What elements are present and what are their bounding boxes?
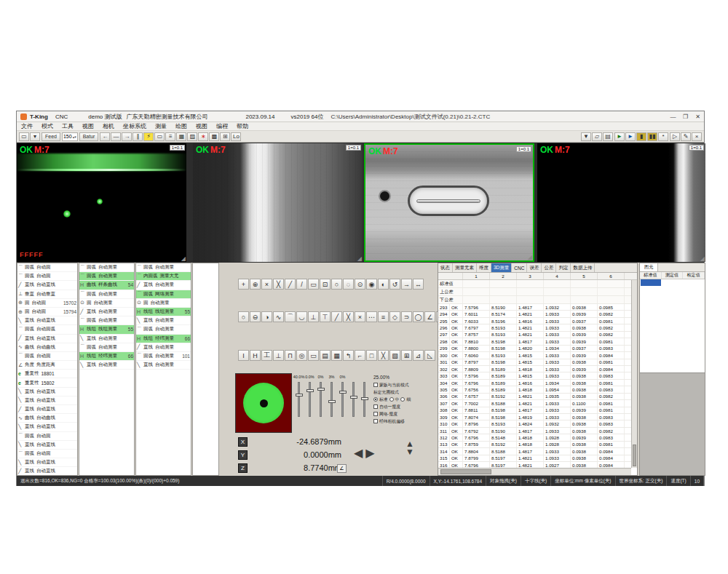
tolerance-row[interactable]: 下公差 bbox=[438, 296, 631, 304]
menu-item-8[interactable]: 绘图 bbox=[171, 122, 191, 130]
measure-list-item[interactable]: H线组线组测量55 bbox=[136, 308, 191, 316]
measure-list-item[interactable]: ⌒圆弧自动测量 bbox=[79, 263, 134, 272]
wave-tool[interactable]: ∿ bbox=[273, 311, 284, 322]
measure-list-item[interactable]: ╲直线自动直线 bbox=[17, 316, 77, 325]
measure-list-item[interactable]: ⌒圆弧自动测量101 bbox=[136, 352, 191, 361]
intersection-tool[interactable]: ╳ bbox=[273, 279, 284, 290]
result-row[interactable]: 293OK7.57968.51901.48171.09320.09380.098… bbox=[438, 304, 631, 311]
radio-icon[interactable] bbox=[373, 397, 378, 402]
chip-icon[interactable]: ▩ bbox=[209, 132, 219, 141]
measure-list-item[interactable]: ⌒圆弧自动圆弧 bbox=[17, 325, 77, 334]
slider-thumb[interactable] bbox=[306, 389, 314, 392]
result-row[interactable]: 296OK7.67978.51931.48211.09330.09380.098… bbox=[438, 324, 631, 331]
radio-icon[interactable] bbox=[389, 397, 394, 402]
result-row[interactable]: 305OK7.67568.51891.48181.09540.09380.098… bbox=[438, 386, 631, 393]
measure-list-item[interactable]: ⌒圆弧自动圆 bbox=[17, 432, 77, 441]
results-tab-4[interactable]: 3D测量 bbox=[491, 263, 512, 272]
radio-icon[interactable] bbox=[400, 397, 405, 402]
measure-list-item[interactable]: H线组经纬测量66 bbox=[79, 352, 134, 361]
x2-tool[interactable]: ╳ bbox=[378, 350, 389, 361]
dashed-circle-tool[interactable]: ◌ bbox=[343, 279, 354, 290]
measure-list-item[interactable]: ⌒圆弧自动测量 bbox=[136, 263, 191, 272]
result-row[interactable]: 313OK7.87598.51921.48181.09280.09380.098… bbox=[438, 442, 631, 448]
feed-value-input[interactable]: 150▴▾ bbox=[62, 132, 78, 141]
monitor-icon[interactable]: ▭ bbox=[154, 132, 165, 141]
focus-point-tool[interactable]: ⊕ bbox=[250, 279, 261, 290]
measure-list-item[interactable]: ⌒圆弧网络测量 bbox=[136, 290, 191, 299]
result-row[interactable]: 294OK7.60118.51741.48211.09330.09390.098… bbox=[438, 311, 631, 317]
slider-thumb[interactable] bbox=[317, 388, 325, 391]
measure-list-item[interactable]: ⌒圆弧自动测量 bbox=[79, 272, 134, 281]
light-slider-2[interactable]: 0.0% bbox=[304, 375, 315, 417]
measure-list-item[interactable]: H线组线组测量55 bbox=[79, 325, 134, 334]
result-row[interactable]: 301OK7.87978.51981.48151.09330.09380.098… bbox=[438, 359, 631, 366]
option-line[interactable]: 自动一规度 bbox=[373, 403, 435, 410]
result-row[interactable]: 310OK7.87968.51931.48241.09320.09380.098… bbox=[438, 420, 631, 427]
slider-thumb[interactable] bbox=[361, 397, 368, 400]
close-x-icon[interactable]: × bbox=[692, 132, 702, 141]
jog-left-right-icon[interactable]: ◀▶ bbox=[354, 446, 378, 460]
tee-tool[interactable]: ⊤ bbox=[320, 311, 331, 322]
measure-list-item[interactable]: ╲直线自动直线 bbox=[17, 441, 77, 450]
arc-up-tool[interactable]: ⌒ bbox=[285, 311, 296, 322]
results-tab-5[interactable]: CNC bbox=[512, 263, 527, 272]
measure-list-item[interactable]: ╲直线自动测量 bbox=[79, 335, 134, 343]
cross2-tool[interactable]: ╳ bbox=[343, 311, 354, 322]
measure-list-item[interactable]: ⊙圆自动测量 bbox=[136, 299, 191, 308]
play-outline-icon[interactable]: ▷ bbox=[670, 132, 680, 141]
result-row[interactable]: 298OK7.88108.51981.48171.09330.09390.098… bbox=[438, 338, 631, 345]
measure-list-item[interactable]: ⊥垂直自动垂直 bbox=[17, 290, 77, 299]
title-bar[interactable]: T-King CNC demo 测试版 广东天勤精密测量技术有限公司 2023.… bbox=[17, 111, 704, 122]
measure-list-item[interactable]: ╲直线自动测量 bbox=[136, 316, 191, 325]
grid-icon[interactable]: ▦ bbox=[176, 132, 186, 141]
angle-mode-button[interactable]: ∠ bbox=[337, 464, 347, 473]
measure-list-item[interactable]: ╱直线自动测量 bbox=[79, 308, 134, 316]
result-row[interactable]: 312OK7.67968.51481.48181.09280.09390.098… bbox=[438, 434, 631, 441]
big-circle-tool[interactable]: ◯ bbox=[413, 311, 424, 322]
cross-point-tool[interactable]: × bbox=[261, 279, 272, 290]
return-tool[interactable]: ↰ bbox=[343, 350, 354, 361]
plus-grid-tool[interactable]: ⊞ bbox=[401, 350, 412, 361]
window-grid-icon[interactable]: ⊞ bbox=[220, 132, 230, 141]
square-tool[interactable]: □ bbox=[366, 350, 377, 361]
red-star-icon[interactable]: ∗ bbox=[198, 132, 208, 141]
measure-list-item[interactable]: ⌒圆弧自动圆 bbox=[17, 450, 77, 458]
half-circle-tool[interactable]: ◐ bbox=[378, 279, 389, 290]
x-tool[interactable]: × bbox=[355, 311, 365, 322]
resize-grip-icon[interactable]: ◢ bbox=[357, 256, 362, 262]
pencil-icon[interactable]: ✎ bbox=[681, 132, 691, 141]
next-arrow-icon[interactable]: → bbox=[122, 132, 132, 141]
hatch-tool[interactable]: ▧ bbox=[389, 350, 400, 361]
perp2-tool[interactable]: ⊥ bbox=[273, 350, 284, 361]
circle2-tool[interactable]: ○ bbox=[238, 311, 249, 322]
measure-list-item[interactable]: ⊙圆自动测量 bbox=[79, 299, 134, 308]
result-row[interactable]: 302OK7.88098.51891.48181.09330.09390.098… bbox=[438, 366, 631, 372]
plane-tool[interactable]: ▭ bbox=[308, 279, 319, 290]
menu-item-7[interactable]: 测量 bbox=[151, 122, 171, 130]
measure-list-item[interactable]: ╱直线自动直线 bbox=[17, 405, 77, 414]
resize-grip-icon[interactable]: ◢ bbox=[181, 256, 186, 262]
close-button[interactable]: ✕ bbox=[692, 112, 704, 121]
menu-item-10[interactable]: 编程 bbox=[212, 122, 232, 130]
measure-list-item[interactable]: ╱直线自动测量 bbox=[136, 281, 191, 290]
camera-view-3-selected[interactable]: OKM:7 1=0.1 ◢ bbox=[364, 143, 534, 262]
gold-pause-icon[interactable]: ▮▮ bbox=[647, 132, 657, 141]
slider-thumb[interactable] bbox=[328, 400, 336, 403]
concentric-tool[interactable]: ⊙ bbox=[355, 279, 365, 290]
light-slider-5[interactable]: 0% bbox=[337, 375, 348, 417]
point-tool[interactable]: + bbox=[238, 279, 249, 290]
diamond-tool[interactable]: ◇ bbox=[389, 311, 400, 322]
measure-list-item[interactable]: ╲直线自动测量 bbox=[79, 361, 134, 370]
resize-grip-icon[interactable]: ◢ bbox=[528, 255, 532, 260]
result-row[interactable]: 297OK7.87578.51931.48211.09330.09390.098… bbox=[438, 332, 631, 338]
measure-list-item[interactable]: ⌒圆弧自动圆 bbox=[17, 263, 77, 272]
measure-list-item[interactable]: ⌒圆弧自动圆 bbox=[17, 272, 77, 281]
measure-list-item[interactable]: ⊕圆自动圆15794 bbox=[17, 308, 77, 316]
results-tab-6[interactable]: 误差 bbox=[527, 263, 542, 272]
result-row[interactable]: 300OK7.60608.51931.48151.09330.09390.098… bbox=[438, 352, 631, 359]
light-slider-6[interactable] bbox=[348, 375, 359, 417]
dots-tool[interactable]: ⋯ bbox=[366, 311, 377, 322]
light-slider-1[interactable]: 40.0% bbox=[293, 375, 304, 417]
corner-tool[interactable]: ⌐ bbox=[355, 350, 365, 361]
result-row[interactable]: 314OK7.88048.51881.48171.09330.09380.098… bbox=[438, 448, 631, 455]
